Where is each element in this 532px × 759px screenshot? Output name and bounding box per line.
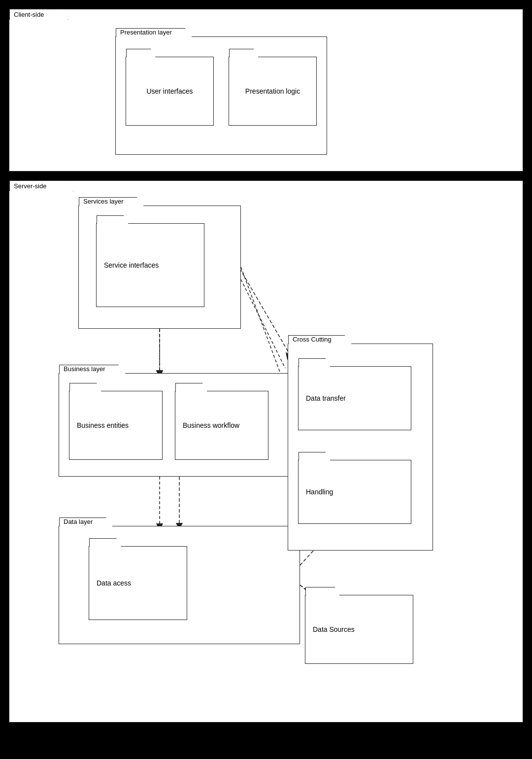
business-entities-folder: Business entities	[69, 391, 163, 460]
business-entities-label: Business entities	[69, 391, 162, 459]
handling-folder-tab	[299, 452, 331, 460]
presentation-logic-label: Presentation logic	[245, 87, 300, 95]
data-layer: Data layer Data acess	[59, 526, 300, 644]
svg-line-16	[240, 269, 289, 353]
cross-cutting-section: Cross Cutting Data transfer Handling	[288, 344, 433, 551]
service-interfaces-label: Service interfaces	[97, 224, 204, 307]
user-interfaces-label: User interfaces	[146, 87, 193, 95]
services-layer-tab: Services layer	[79, 197, 144, 206]
service-interfaces-folder: Service interfaces	[96, 223, 204, 307]
presentation-logic-folder-tab	[229, 49, 259, 57]
handling-label: Handling	[299, 460, 411, 523]
user-interfaces-folder: User interfaces	[126, 57, 214, 126]
business-workflow-folder-tab	[175, 383, 207, 391]
data-access-label: Data acess	[89, 547, 187, 620]
services-layer: Services layer Service interfaces	[78, 206, 241, 329]
server-side-section: Server-side	[9, 180, 523, 723]
cross-cutting-tab: Cross Cutting	[288, 335, 352, 344]
handling-folder: Handling	[298, 460, 411, 524]
business-layer: Business layer Business entities Busines…	[59, 373, 300, 477]
data-transfer-folder: Data transfer	[298, 366, 411, 430]
data-sources-label: Data Sources	[305, 595, 413, 663]
data-access-folder: Data acess	[89, 546, 187, 620]
data-transfer-label: Data transfer	[299, 367, 411, 430]
business-layer-tab: Business layer	[59, 365, 126, 374]
data-access-folder-tab	[89, 538, 121, 547]
user-interfaces-folder-tab	[126, 49, 156, 57]
presentation-layer: Presentation layer User interfaces Prese…	[115, 36, 327, 155]
service-interfaces-folder-tab	[97, 215, 129, 224]
client-side-section: Client-side Presentation layer User inte…	[9, 9, 523, 172]
data-transfer-folder-tab	[299, 358, 331, 367]
client-side-label: Client-side	[9, 9, 68, 20]
presentation-layer-tab: Presentation layer	[116, 28, 192, 37]
server-side-label: Server-side	[9, 180, 73, 191]
data-sources-folder: Data Sources	[305, 595, 413, 664]
presentation-logic-folder: Presentation logic	[229, 57, 317, 126]
business-entities-folder-tab	[69, 383, 101, 391]
business-workflow-label: Business workflow	[175, 391, 268, 459]
business-workflow-folder: Business workflow	[175, 391, 268, 460]
data-layer-tab: Data layer	[59, 518, 113, 526]
data-sources-folder-tab	[305, 587, 340, 595]
svg-line-15	[241, 279, 285, 368]
